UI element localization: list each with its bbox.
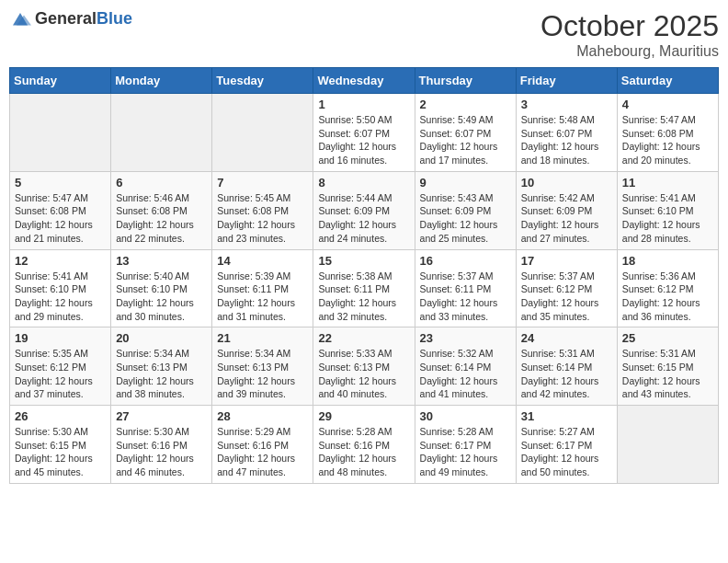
table-row: 28Sunrise: 5:29 AM Sunset: 6:16 PM Dayli… [212,406,313,484]
day-number: 8 [318,176,409,190]
day-info: Sunrise: 5:28 AM Sunset: 6:17 PM Dayligh… [420,425,511,479]
table-row: 19Sunrise: 5:35 AM Sunset: 6:12 PM Dayli… [10,327,111,406]
day-number: 30 [420,409,511,423]
table-row: 22Sunrise: 5:33 AM Sunset: 6:13 PM Dayli… [313,327,415,406]
day-number: 14 [217,254,308,268]
day-info: Sunrise: 5:34 AM Sunset: 6:13 PM Dayligh… [217,347,308,401]
day-info: Sunrise: 5:47 AM Sunset: 6:08 PM Dayligh… [622,113,713,167]
header-tuesday: Tuesday [212,68,313,94]
day-info: Sunrise: 5:31 AM Sunset: 6:14 PM Dayligh… [521,347,612,401]
week-row-2: 5Sunrise: 5:47 AM Sunset: 6:08 PM Daylig… [10,171,719,249]
table-row: 12Sunrise: 5:41 AM Sunset: 6:10 PM Dayli… [10,249,111,327]
day-info: Sunrise: 5:40 AM Sunset: 6:10 PM Dayligh… [116,270,207,324]
day-info: Sunrise: 5:32 AM Sunset: 6:14 PM Dayligh… [420,347,511,401]
day-number: 26 [15,409,106,423]
page-container: General Blue October 2025 Mahebourg, Mau… [9,9,719,484]
day-number: 13 [116,254,207,268]
day-info: Sunrise: 5:47 AM Sunset: 6:08 PM Dayligh… [15,191,106,246]
logo: General Blue [9,9,132,28]
table-row: 25Sunrise: 5:31 AM Sunset: 6:15 PM Dayli… [617,327,718,406]
week-row-4: 19Sunrise: 5:35 AM Sunset: 6:12 PM Dayli… [10,327,719,406]
day-info: Sunrise: 5:50 AM Sunset: 6:07 PM Dayligh… [318,113,409,167]
table-row: 7Sunrise: 5:45 AM Sunset: 6:08 PM Daylig… [212,171,313,249]
day-number: 5 [15,176,106,190]
header-wednesday: Wednesday [313,68,415,94]
day-info: Sunrise: 5:43 AM Sunset: 6:09 PM Dayligh… [420,191,511,246]
day-info: Sunrise: 5:30 AM Sunset: 6:16 PM Dayligh… [116,425,207,479]
header-monday: Monday [111,68,212,94]
day-number: 4 [622,98,713,111]
header-friday: Friday [516,68,617,94]
day-number: 9 [420,176,511,190]
table-row: 4Sunrise: 5:47 AM Sunset: 6:08 PM Daylig… [617,94,718,172]
day-info: Sunrise: 5:33 AM Sunset: 6:13 PM Dayligh… [318,347,409,401]
day-number: 28 [217,409,308,423]
day-number: 19 [15,331,106,345]
day-info: Sunrise: 5:29 AM Sunset: 6:16 PM Dayligh… [217,425,308,479]
day-info: Sunrise: 5:49 AM Sunset: 6:07 PM Dayligh… [420,113,511,167]
table-row: 24Sunrise: 5:31 AM Sunset: 6:14 PM Dayli… [516,327,617,406]
day-info: Sunrise: 5:28 AM Sunset: 6:16 PM Dayligh… [318,425,409,479]
day-number: 16 [420,254,511,268]
day-info: Sunrise: 5:42 AM Sunset: 6:09 PM Dayligh… [521,191,612,246]
table-row: 31Sunrise: 5:27 AM Sunset: 6:17 PM Dayli… [516,406,617,484]
table-row: 26Sunrise: 5:30 AM Sunset: 6:15 PM Dayli… [10,406,111,484]
day-number: 22 [318,331,409,345]
location-title: Mahebourg, Mauritius [540,43,719,60]
day-info: Sunrise: 5:41 AM Sunset: 6:10 PM Dayligh… [622,191,713,246]
title-block: October 2025 Mahebourg, Mauritius [540,9,719,60]
table-row: 23Sunrise: 5:32 AM Sunset: 6:14 PM Dayli… [415,327,516,406]
day-number: 21 [217,331,308,345]
table-row [212,94,313,172]
day-info: Sunrise: 5:46 AM Sunset: 6:08 PM Dayligh… [116,191,207,246]
day-number: 2 [420,98,511,111]
day-info: Sunrise: 5:27 AM Sunset: 6:17 PM Dayligh… [521,425,612,479]
day-info: Sunrise: 5:31 AM Sunset: 6:15 PM Dayligh… [622,347,713,401]
day-number: 11 [622,176,713,190]
day-info: Sunrise: 5:30 AM Sunset: 6:15 PM Dayligh… [15,425,106,479]
table-row: 13Sunrise: 5:40 AM Sunset: 6:10 PM Dayli… [111,249,212,327]
header-saturday: Saturday [617,68,718,94]
day-info: Sunrise: 5:36 AM Sunset: 6:12 PM Dayligh… [622,270,713,324]
table-row: 11Sunrise: 5:41 AM Sunset: 6:10 PM Dayli… [617,171,718,249]
day-number: 25 [622,331,713,345]
header-sunday: Sunday [10,68,111,94]
table-row [111,94,212,172]
table-row: 1Sunrise: 5:50 AM Sunset: 6:07 PM Daylig… [313,94,415,172]
day-number: 31 [521,409,612,423]
table-row: 2Sunrise: 5:49 AM Sunset: 6:07 PM Daylig… [415,94,516,172]
logo-icon [9,9,31,28]
page-header: General Blue October 2025 Mahebourg, Mau… [9,9,719,60]
day-number: 15 [318,254,409,268]
table-row [10,94,111,172]
table-row: 29Sunrise: 5:28 AM Sunset: 6:16 PM Dayli… [313,406,415,484]
table-row: 20Sunrise: 5:34 AM Sunset: 6:13 PM Dayli… [111,327,212,406]
week-row-3: 12Sunrise: 5:41 AM Sunset: 6:10 PM Dayli… [10,249,719,327]
logo-blue: Blue [97,10,132,27]
table-row [617,406,718,484]
table-row: 8Sunrise: 5:44 AM Sunset: 6:09 PM Daylig… [313,171,415,249]
table-row: 17Sunrise: 5:37 AM Sunset: 6:12 PM Dayli… [516,249,617,327]
table-row: 27Sunrise: 5:30 AM Sunset: 6:16 PM Dayli… [111,406,212,484]
day-number: 23 [420,331,511,345]
day-info: Sunrise: 5:37 AM Sunset: 6:11 PM Dayligh… [420,270,511,324]
day-number: 20 [116,331,207,345]
table-row: 21Sunrise: 5:34 AM Sunset: 6:13 PM Dayli… [212,327,313,406]
table-row: 30Sunrise: 5:28 AM Sunset: 6:17 PM Dayli… [415,406,516,484]
table-row: 16Sunrise: 5:37 AM Sunset: 6:11 PM Dayli… [415,249,516,327]
day-info: Sunrise: 5:41 AM Sunset: 6:10 PM Dayligh… [15,270,106,324]
day-info: Sunrise: 5:34 AM Sunset: 6:13 PM Dayligh… [116,347,207,401]
table-row: 6Sunrise: 5:46 AM Sunset: 6:08 PM Daylig… [111,171,212,249]
logo-text: General Blue [35,10,132,27]
day-info: Sunrise: 5:45 AM Sunset: 6:08 PM Dayligh… [217,191,308,246]
logo-general: General [35,10,97,27]
day-number: 10 [521,176,612,190]
day-number: 18 [622,254,713,268]
day-info: Sunrise: 5:35 AM Sunset: 6:12 PM Dayligh… [15,347,106,401]
table-row: 5Sunrise: 5:47 AM Sunset: 6:08 PM Daylig… [10,171,111,249]
table-row: 9Sunrise: 5:43 AM Sunset: 6:09 PM Daylig… [415,171,516,249]
calendar-table: Sunday Monday Tuesday Wednesday Thursday… [9,67,719,484]
table-row: 18Sunrise: 5:36 AM Sunset: 6:12 PM Dayli… [617,249,718,327]
week-row-5: 26Sunrise: 5:30 AM Sunset: 6:15 PM Dayli… [10,406,719,484]
day-number: 6 [116,176,207,190]
